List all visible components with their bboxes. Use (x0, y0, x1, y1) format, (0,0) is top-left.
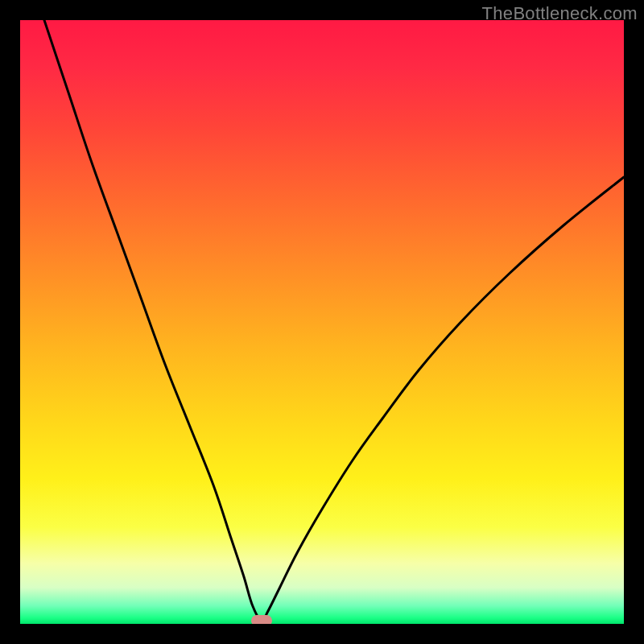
chart-frame: TheBottleneck.com (0, 0, 644, 644)
watermark-text: TheBottleneck.com (482, 3, 638, 24)
bottleneck-curve (44, 20, 624, 621)
plot-area (20, 20, 624, 624)
optimal-point-marker (251, 615, 272, 624)
curve-layer (20, 20, 624, 624)
